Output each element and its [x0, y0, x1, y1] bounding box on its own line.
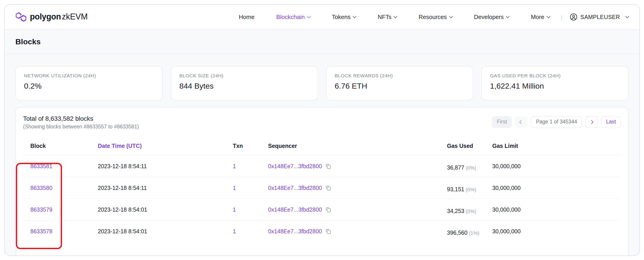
block-number-link[interactable]: 8633578	[30, 228, 52, 235]
pagination-first-button[interactable]: First	[492, 117, 512, 128]
gas-used-percent: (0%)	[466, 187, 476, 192]
blocks-table-body: 8633581 2023-12-18 8:54:11 1 0x148Ee7...…	[23, 155, 621, 242]
gas-used-value: 93,151	[447, 186, 464, 192]
block-datetime: 2023-12-18 8:54:01	[98, 228, 147, 235]
gas-used-cell: 396,560(1%)	[447, 227, 480, 236]
gas-limit-value: 30,000,000	[492, 228, 520, 235]
app-window: polygonzkEVM Home Blockchain Tokens NFTs…	[4, 4, 640, 256]
stat-card: GAS USED PER BLOCK (24H) 1,622.41 Millio…	[482, 66, 628, 100]
stat-value: 844 Bytes	[179, 82, 309, 91]
stats-row: NETWORK UTILIZATION (24H) 0.2% BLOCK SIZ…	[16, 66, 628, 100]
blocks-table-card: Total of 8,633,582 blocks (Showing block…	[16, 107, 628, 256]
nav-item-label: Home	[239, 13, 254, 20]
txn-count-link[interactable]: 1	[233, 163, 236, 169]
gas-limit-value: 30,000,000	[492, 206, 520, 213]
nav-item-more[interactable]: More	[531, 13, 550, 20]
gas-used-cell: 36,877(0%)	[447, 162, 476, 171]
sequencer-address-link[interactable]: 0x148Ee7...3fbd2800	[268, 206, 322, 213]
pagination-prev-button[interactable]	[515, 116, 528, 128]
chevron-down-icon	[353, 14, 357, 18]
chevron-down-icon	[394, 14, 398, 18]
pagination: First Page 1 of 345344 Last	[492, 116, 621, 128]
copy-address-button[interactable]	[325, 207, 331, 213]
polygon-logo-icon	[16, 12, 26, 22]
block-number-link[interactable]: 8633581	[30, 163, 52, 169]
screenshot-viewport: polygonzkEVM Home Blockchain Tokens NFTs…	[0, 0, 644, 260]
gas-used-value: 396,560	[447, 230, 468, 236]
blocks-table: Block Date Time (UTC) Txn Sequencer Gas …	[23, 139, 621, 242]
nav-item-developers[interactable]: Developers	[474, 13, 509, 20]
sequencer-address-link[interactable]: 0x148Ee7...3fbd2800	[268, 163, 322, 169]
user-menu[interactable]: SAMPLEUSER	[570, 13, 628, 21]
brand-name: polygon	[30, 12, 61, 21]
main-content: NETWORK UTILIZATION (24H) 0.2% BLOCK SIZ…	[4, 54, 640, 256]
nav-item-nfts[interactable]: NFTs	[378, 13, 397, 20]
gas-used-cell: 93,151(0%)	[447, 183, 476, 192]
sequencer-address-link[interactable]: 0x148Ee7...3fbd2800	[268, 185, 322, 191]
copy-address-button[interactable]	[325, 163, 331, 169]
chevron-left-icon	[520, 120, 523, 124]
nav-item-label: Resources	[419, 13, 447, 20]
nav-item-blockchain[interactable]: Blockchain	[276, 13, 310, 20]
nav-item-label: Tokens	[332, 13, 350, 20]
copy-icon	[325, 207, 331, 213]
stat-label: GAS USED PER BLOCK (24H)	[490, 73, 620, 78]
nav-item-home[interactable]: Home	[239, 13, 254, 20]
nav-item-resources[interactable]: Resources	[419, 13, 452, 20]
blocks-range-text: (Showing blocks between #8633557 to #863…	[23, 124, 139, 129]
block-datetime: 2023-12-18 8:54:11	[98, 163, 147, 169]
nav-item-label: Blockchain	[276, 13, 305, 20]
table-summary: Total of 8,633,582 blocks (Showing block…	[23, 115, 139, 129]
chevron-down-icon	[546, 14, 550, 18]
block-number-link[interactable]: 8633579	[30, 206, 52, 213]
chevron-down-icon	[307, 14, 311, 18]
column-header-txn: Txn	[233, 139, 268, 155]
column-header-gas-used: Gas Used	[447, 139, 492, 155]
copy-icon	[325, 229, 331, 235]
chevron-down-icon	[626, 14, 629, 18]
gas-used-percent: (0%)	[466, 208, 476, 214]
stat-card: BLOCK SIZE (24H) 844 Bytes	[171, 66, 318, 100]
sequencer-address-link[interactable]: 0x148Ee7...3fbd2800	[268, 228, 322, 235]
nav-item-label: Developers	[474, 13, 504, 20]
table-row: 8633579 2023-12-18 8:54:01 1 0x148Ee7...…	[23, 199, 621, 220]
table-row: 8633581 2023-12-18 8:54:11 1 0x148Ee7...…	[23, 155, 621, 177]
top-navigation-bar: polygonzkEVM Home Blockchain Tokens NFTs…	[4, 4, 640, 30]
copy-address-button[interactable]	[325, 185, 331, 191]
polygon-zkevm-logo[interactable]: polygonzkEVM	[16, 12, 88, 22]
stat-value: 6.76 ETH	[335, 82, 465, 91]
nav-item-label: NFTs	[378, 13, 392, 20]
pagination-next-button[interactable]	[585, 116, 598, 128]
table-card-header: Total of 8,633,582 blocks (Showing block…	[23, 115, 621, 129]
chevron-down-icon	[506, 14, 510, 18]
stat-label: NETWORK UTILIZATION (24H)	[24, 73, 154, 78]
table-row: 8633580 2023-12-18 8:54:11 1 0x148Ee7...…	[23, 177, 621, 199]
column-header-gas-limit: Gas Limit	[492, 139, 621, 155]
nav-divider: |	[561, 13, 562, 20]
stat-label: BLOCK SIZE (24H)	[179, 73, 309, 78]
txn-count-link[interactable]: 1	[233, 228, 236, 235]
block-datetime: 2023-12-18 8:54:01	[98, 206, 147, 213]
txn-count-link[interactable]: 1	[233, 206, 236, 213]
column-header-datetime[interactable]: Date Time (UTC)	[98, 139, 233, 155]
stat-card: BLOCK REWARDS (24H) 6.76 ETH	[326, 66, 473, 100]
stat-value: 1,622.41 Million	[490, 82, 620, 91]
pagination-page-indicator: Page 1 of 345344	[531, 117, 582, 128]
txn-count-link[interactable]: 1	[233, 185, 236, 191]
table-row: 8633578 2023-12-18 8:54:01 1 0x148Ee7...…	[23, 220, 621, 242]
gas-used-percent: (1%)	[469, 230, 479, 236]
nav-item-label: More	[531, 13, 544, 20]
chevron-down-icon	[449, 14, 453, 18]
gas-limit-value: 30,000,000	[492, 185, 520, 191]
copy-address-button[interactable]	[325, 229, 331, 235]
pagination-last-button[interactable]: Last	[601, 117, 621, 128]
copy-icon	[325, 185, 331, 191]
nav-item-tokens[interactable]: Tokens	[332, 13, 356, 20]
block-number-link[interactable]: 8633580	[30, 185, 52, 191]
gas-used-value: 36,877	[447, 164, 464, 171]
stat-value: 0.2%	[24, 82, 154, 91]
copy-icon	[325, 163, 331, 169]
stat-label: BLOCK REWARDS (24H)	[335, 73, 465, 78]
chevron-right-icon	[590, 120, 594, 124]
column-header-block: Block	[23, 139, 98, 155]
